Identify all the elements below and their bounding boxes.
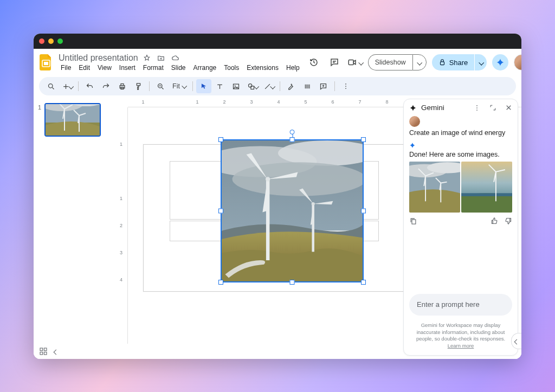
generated-image[interactable]	[461, 162, 512, 213]
resize-handle[interactable]	[218, 209, 223, 214]
panel-close-icon[interactable]	[505, 104, 512, 111]
resize-handle[interactable]	[218, 137, 223, 142]
share-button[interactable]: Share	[432, 54, 475, 70]
gemini-title: Gemini	[421, 104, 444, 112]
document-title[interactable]: Untitled presentation	[59, 53, 138, 63]
slide-canvas[interactable]	[143, 144, 404, 292]
selected-image[interactable]	[221, 139, 364, 282]
resize-handle[interactable]	[361, 209, 366, 214]
transition-icon[interactable]	[300, 79, 315, 93]
resize-handle[interactable]	[218, 280, 223, 285]
create-with-gemini-icon[interactable]	[283, 79, 299, 93]
ruler-tick: 2	[223, 99, 225, 105]
search-menus-icon[interactable]	[43, 79, 59, 93]
svg-rect-38	[44, 348, 47, 351]
generated-image[interactable]	[409, 162, 460, 213]
line-tool-icon[interactable]	[261, 79, 276, 93]
menu-extensions[interactable]: Extensions	[244, 63, 281, 73]
version-history-icon[interactable]	[306, 55, 321, 70]
copy-icon[interactable]	[409, 217, 417, 225]
window-titlebar	[34, 34, 521, 49]
slideshow-dropdown[interactable]	[412, 54, 427, 70]
print-icon[interactable]	[114, 79, 130, 93]
more-tools-icon[interactable]	[338, 79, 353, 93]
zoom-out-icon[interactable]	[153, 79, 168, 93]
menu-arrange[interactable]: Arrange	[191, 63, 219, 73]
ruler-tick: 3	[120, 250, 122, 255]
menu-help[interactable]: Help	[284, 63, 302, 73]
spark-icon	[409, 104, 417, 112]
thumbs-up-icon[interactable]	[491, 217, 499, 225]
undo-icon[interactable]	[82, 79, 97, 93]
learn-more-link[interactable]: Learn more	[448, 343, 474, 349]
menu-slide[interactable]: Slide	[169, 63, 188, 73]
move-folder-icon[interactable]	[156, 54, 166, 62]
wind-image	[221, 139, 364, 282]
text-box-icon[interactable]	[212, 79, 228, 93]
separator	[192, 81, 193, 91]
slideshow-button[interactable]: Slideshow	[368, 54, 412, 70]
ruler-tick: 4	[277, 99, 280, 105]
meet-button[interactable]	[347, 55, 363, 70]
ruler-tick: 4	[120, 277, 122, 282]
cloud-status-icon[interactable]	[170, 54, 181, 62]
star-icon[interactable]	[141, 54, 152, 62]
ruler-tick: 8	[385, 99, 388, 105]
paint-format-icon[interactable]	[131, 79, 146, 93]
gemini-prompt-input[interactable]: Enter a prompt here	[409, 294, 512, 316]
ruler-tick: 1	[196, 99, 198, 105]
menu-format[interactable]: Format	[141, 63, 166, 73]
new-slide-button[interactable]	[60, 79, 75, 93]
gemini-panel-header: Gemini	[404, 99, 518, 115]
panel-expand-icon[interactable]	[489, 104, 496, 111]
ruler-tick: 1	[120, 142, 122, 147]
comment-add-icon[interactable]	[316, 79, 331, 93]
chevron-down-icon	[479, 59, 483, 67]
share-dropdown[interactable]	[475, 54, 487, 70]
user-prompt: Create an image of wind energy	[409, 129, 512, 137]
panel-more-icon[interactable]	[473, 104, 481, 112]
menu-view[interactable]: View	[95, 63, 114, 73]
svg-point-41	[476, 105, 477, 106]
svg-rect-56	[461, 193, 512, 196]
svg-point-43	[476, 110, 477, 111]
window-maximize-icon[interactable]	[57, 38, 63, 44]
gemini-conversation: Create an image of wind energy Done! Her…	[404, 115, 518, 290]
gemini-spark-button[interactable]	[492, 54, 508, 70]
svg-rect-6	[121, 83, 124, 85]
svg-point-11	[248, 83, 251, 87]
zoom-level[interactable]: Fit	[169, 79, 189, 93]
resize-handle[interactable]	[290, 280, 295, 285]
menu-insert[interactable]: Insert	[117, 63, 138, 73]
slide-thumbnail[interactable]: 1	[38, 103, 114, 137]
slide-thumbnail-preview	[44, 103, 101, 137]
separator	[334, 81, 335, 91]
insert-image-icon[interactable]	[229, 79, 244, 93]
redo-icon[interactable]	[98, 79, 113, 93]
comments-icon[interactable]	[327, 55, 342, 70]
ruler-tick: 7	[358, 99, 361, 105]
shape-icon[interactable]	[245, 79, 260, 93]
resize-handle[interactable]	[361, 280, 366, 285]
svg-point-42	[476, 107, 477, 108]
rotate-handle[interactable]	[290, 130, 295, 134]
menu-edit[interactable]: Edit	[76, 63, 92, 73]
gemini-panel: Gemini Create an image of wind energy Do…	[403, 99, 518, 356]
menu-file[interactable]: File	[59, 63, 73, 73]
prev-slide-icon[interactable]	[54, 348, 58, 356]
explore-icon[interactable]	[39, 347, 48, 356]
svg-rect-2	[349, 60, 353, 65]
window-close-icon[interactable]	[39, 38, 44, 44]
slides-logo-icon[interactable]	[38, 52, 54, 73]
menu-tools[interactable]: Tools	[222, 63, 241, 73]
thumbs-down-icon[interactable]	[504, 217, 512, 225]
resize-handle[interactable]	[290, 137, 295, 142]
account-avatar[interactable]	[514, 54, 521, 70]
svg-rect-61	[412, 220, 416, 224]
window-minimize-icon[interactable]	[48, 38, 54, 44]
gemini-reply: Done! Here are some images.	[409, 151, 512, 158]
gemini-prompt-placeholder: Enter a prompt here	[417, 300, 480, 309]
resize-handle[interactable]	[361, 137, 366, 142]
side-panel-toggle[interactable]	[511, 333, 521, 349]
select-tool-icon[interactable]	[196, 79, 211, 93]
